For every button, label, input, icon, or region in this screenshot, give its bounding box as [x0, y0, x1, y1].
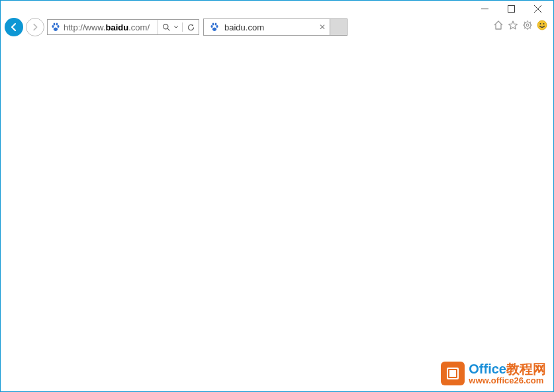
refresh-icon[interactable]	[185, 20, 196, 34]
url-domain: baidu	[106, 22, 129, 32]
page-content: Office教程网 www.office26.com	[1, 39, 553, 391]
address-bar[interactable]: http://www.baidu.com/	[47, 19, 199, 35]
baidu-favicon-icon	[209, 22, 220, 32]
watermark-brand: Office教程网	[469, 362, 546, 376]
svg-point-25	[540, 23, 541, 24]
search-icon[interactable]	[161, 20, 171, 34]
svg-point-7	[56, 23, 58, 26]
favorites-icon[interactable]	[507, 19, 519, 31]
svg-line-23	[530, 22, 531, 23]
svg-line-9	[167, 28, 169, 30]
svg-rect-1	[508, 5, 514, 12]
svg-point-5	[57, 25, 59, 28]
url-prefix: http://www.	[64, 22, 106, 32]
browser-tab[interactable]: baidu.com ✕	[203, 19, 330, 36]
toolbar-right-icons	[492, 19, 548, 31]
svg-point-6	[54, 23, 56, 26]
settings-icon[interactable]	[522, 19, 533, 31]
tab-title: baidu.com	[222, 22, 318, 32]
dropdown-icon[interactable]	[173, 20, 179, 34]
watermark: Office教程网 www.office26.com	[441, 362, 546, 385]
url-suffix: .com/	[128, 22, 150, 32]
svg-line-21	[530, 28, 531, 29]
tab-close-icon[interactable]: ✕	[318, 22, 327, 32]
svg-point-12	[212, 23, 214, 26]
window-titlebar	[1, 1, 553, 17]
watermark-logo-icon	[441, 362, 465, 385]
minimize-button[interactable]	[471, 1, 498, 16]
svg-point-24	[537, 20, 547, 30]
maximize-button[interactable]	[498, 1, 524, 16]
svg-point-26	[543, 23, 545, 24]
svg-point-13	[215, 23, 217, 26]
url-display[interactable]: http://www.baidu.com/	[64, 22, 158, 32]
svg-point-8	[163, 24, 167, 28]
svg-rect-29	[449, 370, 456, 377]
svg-line-20	[524, 22, 526, 23]
smiley-icon[interactable]	[536, 19, 548, 31]
address-controls	[158, 20, 199, 34]
watermark-text: Office教程网 www.office26.com	[469, 362, 546, 385]
back-button[interactable]	[5, 18, 23, 36]
svg-point-10	[210, 25, 212, 28]
separator	[182, 22, 183, 32]
tab-strip: baidu.com ✕	[203, 19, 347, 36]
forward-button[interactable]	[26, 18, 44, 36]
watermark-domain: www.office26.com	[469, 376, 546, 385]
browser-toolbar: http://www.baidu.com/ baidu.com	[1, 17, 553, 38]
svg-point-4	[52, 25, 54, 28]
svg-line-22	[524, 28, 526, 29]
svg-point-11	[216, 25, 218, 28]
svg-point-15	[526, 24, 529, 26]
close-button[interactable]	[524, 1, 551, 16]
new-tab-button[interactable]	[330, 19, 347, 36]
home-icon[interactable]	[492, 19, 504, 31]
baidu-favicon-icon	[50, 22, 61, 32]
